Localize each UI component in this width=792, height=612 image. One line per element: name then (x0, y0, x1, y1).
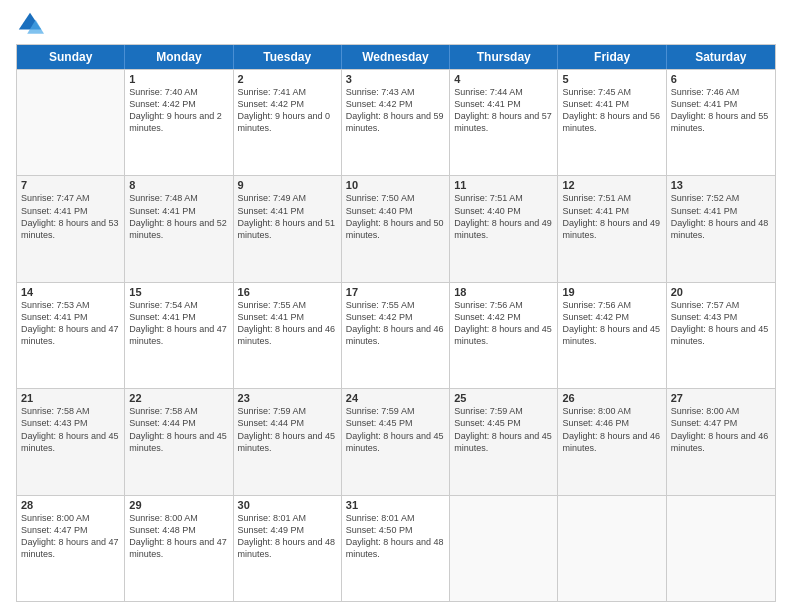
day-number: 13 (671, 179, 771, 191)
cell-info: Sunrise: 7:47 AMSunset: 4:41 PMDaylight:… (21, 192, 120, 241)
cal-cell-0-4: 4Sunrise: 7:44 AMSunset: 4:41 PMDaylight… (450, 70, 558, 175)
cell-info: Sunrise: 7:59 AMSunset: 4:44 PMDaylight:… (238, 405, 337, 454)
cal-cell-1-4: 11Sunrise: 7:51 AMSunset: 4:40 PMDayligh… (450, 176, 558, 281)
cal-cell-4-0: 28Sunrise: 8:00 AMSunset: 4:47 PMDayligh… (17, 496, 125, 601)
cal-header-sunday: Sunday (17, 45, 125, 69)
cal-cell-4-3: 31Sunrise: 8:01 AMSunset: 4:50 PMDayligh… (342, 496, 450, 601)
day-number: 24 (346, 392, 445, 404)
cal-header-friday: Friday (558, 45, 666, 69)
cal-header-wednesday: Wednesday (342, 45, 450, 69)
cal-row-3: 21Sunrise: 7:58 AMSunset: 4:43 PMDayligh… (17, 388, 775, 494)
cell-info: Sunrise: 7:53 AMSunset: 4:41 PMDaylight:… (21, 299, 120, 348)
cal-cell-0-6: 6Sunrise: 7:46 AMSunset: 4:41 PMDaylight… (667, 70, 775, 175)
day-number: 7 (21, 179, 120, 191)
cell-info: Sunrise: 7:59 AMSunset: 4:45 PMDaylight:… (454, 405, 553, 454)
cell-info: Sunrise: 7:45 AMSunset: 4:41 PMDaylight:… (562, 86, 661, 135)
cal-cell-3-1: 22Sunrise: 7:58 AMSunset: 4:44 PMDayligh… (125, 389, 233, 494)
day-number: 17 (346, 286, 445, 298)
day-number: 18 (454, 286, 553, 298)
cal-cell-3-6: 27Sunrise: 8:00 AMSunset: 4:47 PMDayligh… (667, 389, 775, 494)
cell-info: Sunrise: 7:52 AMSunset: 4:41 PMDaylight:… (671, 192, 771, 241)
day-number: 22 (129, 392, 228, 404)
cal-cell-3-4: 25Sunrise: 7:59 AMSunset: 4:45 PMDayligh… (450, 389, 558, 494)
cell-info: Sunrise: 8:01 AMSunset: 4:49 PMDaylight:… (238, 512, 337, 561)
day-number: 28 (21, 499, 120, 511)
day-number: 21 (21, 392, 120, 404)
cal-cell-4-1: 29Sunrise: 8:00 AMSunset: 4:48 PMDayligh… (125, 496, 233, 601)
cell-info: Sunrise: 8:00 AMSunset: 4:48 PMDaylight:… (129, 512, 228, 561)
day-number: 20 (671, 286, 771, 298)
cell-info: Sunrise: 8:00 AMSunset: 4:47 PMDaylight:… (671, 405, 771, 454)
day-number: 2 (238, 73, 337, 85)
cell-info: Sunrise: 7:51 AMSunset: 4:40 PMDaylight:… (454, 192, 553, 241)
cal-cell-0-1: 1Sunrise: 7:40 AMSunset: 4:42 PMDaylight… (125, 70, 233, 175)
cal-row-0: 1Sunrise: 7:40 AMSunset: 4:42 PMDaylight… (17, 69, 775, 175)
cal-cell-2-0: 14Sunrise: 7:53 AMSunset: 4:41 PMDayligh… (17, 283, 125, 388)
cal-cell-2-6: 20Sunrise: 7:57 AMSunset: 4:43 PMDayligh… (667, 283, 775, 388)
page: SundayMondayTuesdayWednesdayThursdayFrid… (0, 0, 792, 612)
cal-row-1: 7Sunrise: 7:47 AMSunset: 4:41 PMDaylight… (17, 175, 775, 281)
cell-info: Sunrise: 7:44 AMSunset: 4:41 PMDaylight:… (454, 86, 553, 135)
cell-info: Sunrise: 7:51 AMSunset: 4:41 PMDaylight:… (562, 192, 661, 241)
cell-info: Sunrise: 7:41 AMSunset: 4:42 PMDaylight:… (238, 86, 337, 135)
cal-cell-2-5: 19Sunrise: 7:56 AMSunset: 4:42 PMDayligh… (558, 283, 666, 388)
cal-cell-0-2: 2Sunrise: 7:41 AMSunset: 4:42 PMDaylight… (234, 70, 342, 175)
cell-info: Sunrise: 7:50 AMSunset: 4:40 PMDaylight:… (346, 192, 445, 241)
cal-cell-4-6 (667, 496, 775, 601)
cal-header-monday: Monday (125, 45, 233, 69)
day-number: 5 (562, 73, 661, 85)
header (16, 10, 776, 38)
cell-info: Sunrise: 7:46 AMSunset: 4:41 PMDaylight:… (671, 86, 771, 135)
cell-info: Sunrise: 7:55 AMSunset: 4:41 PMDaylight:… (238, 299, 337, 348)
cell-info: Sunrise: 7:59 AMSunset: 4:45 PMDaylight:… (346, 405, 445, 454)
day-number: 19 (562, 286, 661, 298)
cal-cell-2-4: 18Sunrise: 7:56 AMSunset: 4:42 PMDayligh… (450, 283, 558, 388)
cell-info: Sunrise: 7:57 AMSunset: 4:43 PMDaylight:… (671, 299, 771, 348)
cal-cell-2-2: 16Sunrise: 7:55 AMSunset: 4:41 PMDayligh… (234, 283, 342, 388)
cal-cell-1-5: 12Sunrise: 7:51 AMSunset: 4:41 PMDayligh… (558, 176, 666, 281)
day-number: 26 (562, 392, 661, 404)
calendar: SundayMondayTuesdayWednesdayThursdayFrid… (16, 44, 776, 602)
cal-header-tuesday: Tuesday (234, 45, 342, 69)
day-number: 27 (671, 392, 771, 404)
logo (16, 10, 48, 38)
day-number: 11 (454, 179, 553, 191)
day-number: 1 (129, 73, 228, 85)
cal-cell-4-2: 30Sunrise: 8:01 AMSunset: 4:49 PMDayligh… (234, 496, 342, 601)
cal-cell-1-2: 9Sunrise: 7:49 AMSunset: 4:41 PMDaylight… (234, 176, 342, 281)
cal-cell-0-3: 3Sunrise: 7:43 AMSunset: 4:42 PMDaylight… (342, 70, 450, 175)
logo-icon (16, 10, 44, 38)
day-number: 25 (454, 392, 553, 404)
cal-cell-3-3: 24Sunrise: 7:59 AMSunset: 4:45 PMDayligh… (342, 389, 450, 494)
cell-info: Sunrise: 7:56 AMSunset: 4:42 PMDaylight:… (562, 299, 661, 348)
cal-cell-2-1: 15Sunrise: 7:54 AMSunset: 4:41 PMDayligh… (125, 283, 233, 388)
cal-row-4: 28Sunrise: 8:00 AMSunset: 4:47 PMDayligh… (17, 495, 775, 601)
cal-cell-4-5 (558, 496, 666, 601)
day-number: 9 (238, 179, 337, 191)
cell-info: Sunrise: 7:54 AMSunset: 4:41 PMDaylight:… (129, 299, 228, 348)
cell-info: Sunrise: 8:01 AMSunset: 4:50 PMDaylight:… (346, 512, 445, 561)
cal-row-2: 14Sunrise: 7:53 AMSunset: 4:41 PMDayligh… (17, 282, 775, 388)
cal-cell-2-3: 17Sunrise: 7:55 AMSunset: 4:42 PMDayligh… (342, 283, 450, 388)
cell-info: Sunrise: 7:56 AMSunset: 4:42 PMDaylight:… (454, 299, 553, 348)
cell-info: Sunrise: 8:00 AMSunset: 4:46 PMDaylight:… (562, 405, 661, 454)
day-number: 29 (129, 499, 228, 511)
cell-info: Sunrise: 7:43 AMSunset: 4:42 PMDaylight:… (346, 86, 445, 135)
cal-cell-4-4 (450, 496, 558, 601)
day-number: 16 (238, 286, 337, 298)
cal-header-saturday: Saturday (667, 45, 775, 69)
day-number: 14 (21, 286, 120, 298)
cell-info: Sunrise: 7:55 AMSunset: 4:42 PMDaylight:… (346, 299, 445, 348)
day-number: 4 (454, 73, 553, 85)
cal-cell-1-0: 7Sunrise: 7:47 AMSunset: 4:41 PMDaylight… (17, 176, 125, 281)
calendar-header-row: SundayMondayTuesdayWednesdayThursdayFrid… (17, 45, 775, 69)
day-number: 10 (346, 179, 445, 191)
day-number: 15 (129, 286, 228, 298)
cal-cell-1-3: 10Sunrise: 7:50 AMSunset: 4:40 PMDayligh… (342, 176, 450, 281)
day-number: 12 (562, 179, 661, 191)
cal-cell-1-1: 8Sunrise: 7:48 AMSunset: 4:41 PMDaylight… (125, 176, 233, 281)
cal-cell-3-5: 26Sunrise: 8:00 AMSunset: 4:46 PMDayligh… (558, 389, 666, 494)
cell-info: Sunrise: 7:49 AMSunset: 4:41 PMDaylight:… (238, 192, 337, 241)
cell-info: Sunrise: 7:40 AMSunset: 4:42 PMDaylight:… (129, 86, 228, 135)
day-number: 3 (346, 73, 445, 85)
